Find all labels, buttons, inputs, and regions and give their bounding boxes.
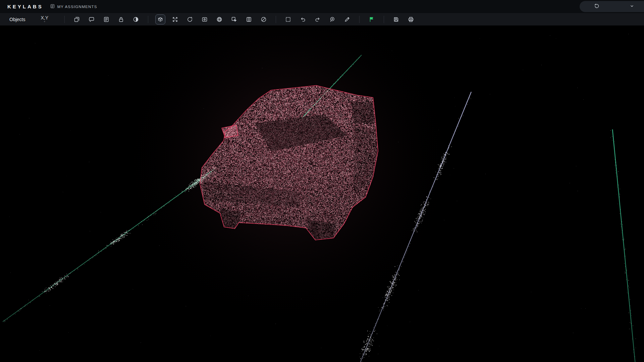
topbar: KEYLABS MY ASSIGNMENTS xyxy=(0,0,644,13)
collapse-panel-button[interactable] xyxy=(629,3,635,10)
slice-tool[interactable] xyxy=(259,14,269,24)
select-object-tool[interactable] xyxy=(229,14,239,24)
chevron-down-icon xyxy=(629,3,635,10)
toolbar-divider xyxy=(359,16,360,23)
cuboid-tool[interactable] xyxy=(155,14,165,24)
view-box-tool[interactable] xyxy=(200,14,210,24)
nav-my-assignments-label: MY ASSIGNMENTS xyxy=(57,5,97,9)
draw-tool[interactable] xyxy=(342,14,352,24)
tab-objects[interactable]: Objects xyxy=(9,17,25,22)
toolbar-groups xyxy=(69,14,418,24)
tab-xy-indicator: - xyxy=(44,20,45,23)
save-button[interactable] xyxy=(391,14,401,24)
copy-frames-tool[interactable] xyxy=(72,14,82,24)
toolbar-divider xyxy=(384,16,384,23)
marquee-select-tool[interactable] xyxy=(283,14,293,24)
rotate-view-tool[interactable] xyxy=(185,14,195,24)
toolbar-divider xyxy=(276,16,276,23)
form-list-tool[interactable] xyxy=(101,14,111,24)
toolbar: Objects X,Y - xyxy=(0,13,644,25)
fit-transform-tool[interactable] xyxy=(170,14,180,24)
contrast-toggle[interactable] xyxy=(131,14,141,24)
side-panels-tool[interactable] xyxy=(244,14,254,24)
lock-tool[interactable] xyxy=(116,14,126,24)
assignments-icon xyxy=(50,4,55,9)
comment-tool[interactable] xyxy=(87,14,97,24)
history-button[interactable] xyxy=(593,2,600,11)
annotation-viewport[interactable] xyxy=(0,25,644,362)
brand-logo: KEYLABS xyxy=(7,4,43,9)
tab-xy[interactable]: X,Y - xyxy=(41,16,48,23)
add-point-tool[interactable] xyxy=(327,14,337,24)
undo-button[interactable] xyxy=(298,14,308,24)
redo-button[interactable] xyxy=(313,14,323,24)
history-icon xyxy=(594,3,600,10)
tab-objects-label: Objects xyxy=(9,17,25,22)
toolbar-divider xyxy=(148,16,148,23)
app-window: KEYLABS MY ASSIGNMENTS xyxy=(0,0,644,362)
toolbar-divider xyxy=(64,16,65,23)
export-button[interactable] xyxy=(406,14,416,24)
flag-tool[interactable] xyxy=(367,14,377,24)
sphere-grid-tool[interactable] xyxy=(214,14,224,24)
topbar-right-panel xyxy=(580,1,644,12)
nav-my-assignments[interactable]: MY ASSIGNMENTS xyxy=(50,4,97,9)
